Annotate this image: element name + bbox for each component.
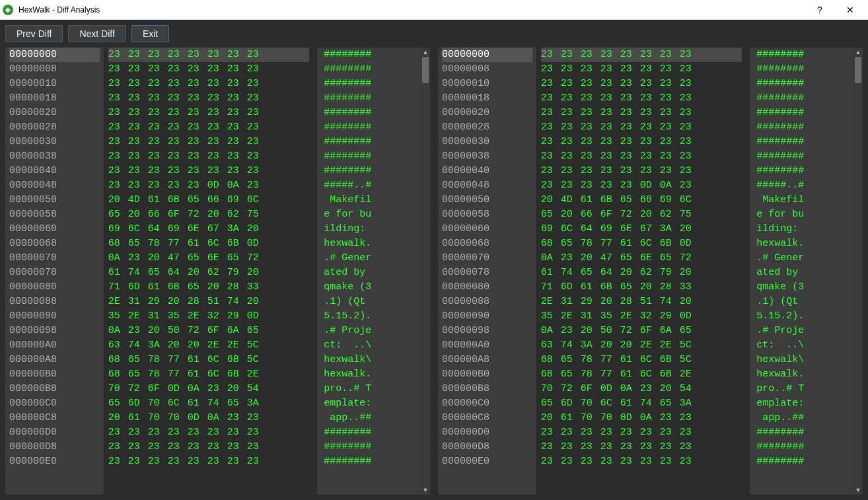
hex-byte[interactable]: 23 [227, 425, 247, 440]
hex-byte[interactable]: 23 [188, 135, 207, 149]
hex-byte[interactable]: 29 [660, 309, 680, 324]
hex-row[interactable]: 2323232323232323 [108, 440, 310, 454]
hex-byte[interactable]: 65 [541, 207, 561, 222]
hex-byte[interactable]: 23 [561, 77, 581, 91]
hex-byte[interactable]: 6C [680, 193, 700, 207]
hex-byte[interactable]: 23 [680, 164, 700, 178]
hex-row[interactable]: 352E31352E32290D [108, 309, 310, 324]
hex-byte[interactable]: 23 [640, 77, 660, 91]
hex-row[interactable]: 2323232323232323 [541, 454, 742, 469]
hex-byte[interactable]: 23 [620, 77, 640, 91]
hex-byte[interactable]: 61 [148, 280, 168, 295]
hex-byte[interactable]: 70 [600, 411, 620, 425]
scroll-thumb[interactable] [422, 57, 429, 83]
hex-byte[interactable]: 65 [620, 251, 640, 266]
hex-byte[interactable]: 70 [148, 411, 168, 425]
hex-byte[interactable]: 23 [600, 91, 620, 106]
hex-byte[interactable]: 61 [620, 396, 640, 411]
hex-byte[interactable]: 23 [620, 164, 640, 178]
hex-byte[interactable]: 20 [640, 280, 660, 295]
hex-byte[interactable]: 65 [561, 236, 581, 251]
hex-byte[interactable]: 61 [128, 411, 148, 425]
hex-row[interactable]: 2323232323232323 [108, 62, 310, 77]
hex-byte[interactable]: 65 [128, 353, 148, 367]
hex-byte[interactable]: 77 [600, 353, 620, 367]
hex-byte[interactable]: 23 [600, 425, 620, 440]
hex-byte[interactable]: 23 [680, 62, 700, 77]
hex-byte[interactable]: 23 [128, 62, 148, 77]
hex-byte[interactable]: 23 [128, 149, 148, 164]
hex-row[interactable]: 68657877616C6B0D [541, 236, 742, 251]
hex-byte[interactable]: 29 [227, 309, 247, 324]
hex-byte[interactable]: 64 [581, 222, 600, 236]
hex-byte[interactable]: 65 [561, 353, 581, 367]
hex-byte[interactable]: 23 [600, 135, 620, 149]
exit-button[interactable]: Exit [131, 25, 169, 42]
hex-byte[interactable]: 23 [541, 135, 561, 149]
hex-byte[interactable]: 23 [247, 48, 267, 62]
hex-byte[interactable]: 23 [128, 164, 148, 178]
hex-byte[interactable]: 0D [600, 382, 620, 396]
hex-byte[interactable]: 20 [541, 193, 561, 207]
hex-byte[interactable]: 6E [188, 222, 207, 236]
hex-byte[interactable]: 47 [168, 251, 188, 266]
hex-byte[interactable]: 33 [680, 280, 700, 295]
hex-byte[interactable]: 65 [561, 367, 581, 382]
hex-byte[interactable]: 23 [581, 454, 600, 469]
hex-byte[interactable]: 65 [247, 324, 267, 338]
hex-byte[interactable]: 23 [247, 164, 267, 178]
hex-byte[interactable]: 68 [541, 236, 561, 251]
hex-byte[interactable]: 72 [188, 207, 207, 222]
hex-byte[interactable]: 6D [128, 280, 148, 295]
hex-byte[interactable]: 23 [108, 135, 128, 149]
hex-byte[interactable]: 23 [660, 454, 680, 469]
hex-byte[interactable]: 23 [227, 77, 247, 91]
hex-byte[interactable]: 23 [680, 425, 700, 440]
hex-byte[interactable]: 20 [680, 295, 700, 309]
hex-byte[interactable]: 20 [660, 382, 680, 396]
hex-byte[interactable]: 23 [207, 62, 227, 77]
hex-byte[interactable]: 65 [541, 396, 561, 411]
hex-byte[interactable]: 3A [581, 338, 600, 353]
hex-byte[interactable]: 23 [247, 91, 267, 106]
hex-byte[interactable]: 23 [640, 91, 660, 106]
hex-byte[interactable]: 0A [207, 411, 227, 425]
hex-byte[interactable]: 23 [148, 149, 168, 164]
hex-byte[interactable]: 23 [640, 164, 660, 178]
hex-byte[interactable]: 20 [128, 207, 148, 222]
hex-byte[interactable]: 54 [680, 382, 700, 396]
hex-byte[interactable]: 20 [168, 338, 188, 353]
hex-byte[interactable]: 20 [148, 251, 168, 266]
hex-byte[interactable]: 65 [108, 396, 128, 411]
hex-byte[interactable]: 23 [227, 120, 247, 135]
hex-byte[interactable]: 65 [128, 236, 148, 251]
hex-byte[interactable]: 23 [207, 91, 227, 106]
hex-byte[interactable]: 6F [148, 382, 168, 396]
hex-row[interactable]: 2323232323232323 [108, 48, 310, 62]
hex-row[interactable]: 204D616B6566696C [108, 193, 310, 207]
hex-row[interactable]: 2323232323232323 [108, 120, 310, 135]
hex-byte[interactable]: 23 [561, 324, 581, 338]
hex-byte[interactable]: 0D [620, 411, 640, 425]
hex-byte[interactable]: 23 [148, 62, 168, 77]
hex-row[interactable]: 206170700D0A2323 [108, 411, 310, 425]
hex-byte[interactable]: 20 [600, 338, 620, 353]
hex-byte[interactable]: 23 [188, 425, 207, 440]
hex-byte[interactable]: 23 [128, 251, 148, 266]
hex-byte[interactable]: 4D [128, 193, 148, 207]
hex-byte[interactable]: 23 [660, 120, 680, 135]
hex-byte[interactable]: 23 [148, 120, 168, 135]
hex-byte[interactable]: 20 [207, 280, 227, 295]
hex-byte[interactable]: 71 [541, 280, 561, 295]
hex-byte[interactable]: 23 [227, 440, 247, 454]
hex-byte[interactable]: 6E [620, 222, 640, 236]
hex-byte[interactable]: 64 [168, 266, 188, 280]
hex-byte[interactable]: 4D [561, 193, 581, 207]
hex-byte[interactable]: 23 [561, 91, 581, 106]
hex-row[interactable]: 2323232323232323 [541, 135, 742, 149]
hex-byte[interactable]: 23 [541, 440, 561, 454]
prev-diff-button[interactable]: Prev Diff [5, 25, 63, 42]
hex-byte[interactable]: 23 [207, 440, 227, 454]
hex-byte[interactable]: 23 [168, 454, 188, 469]
hex-byte[interactable]: 68 [108, 353, 128, 367]
